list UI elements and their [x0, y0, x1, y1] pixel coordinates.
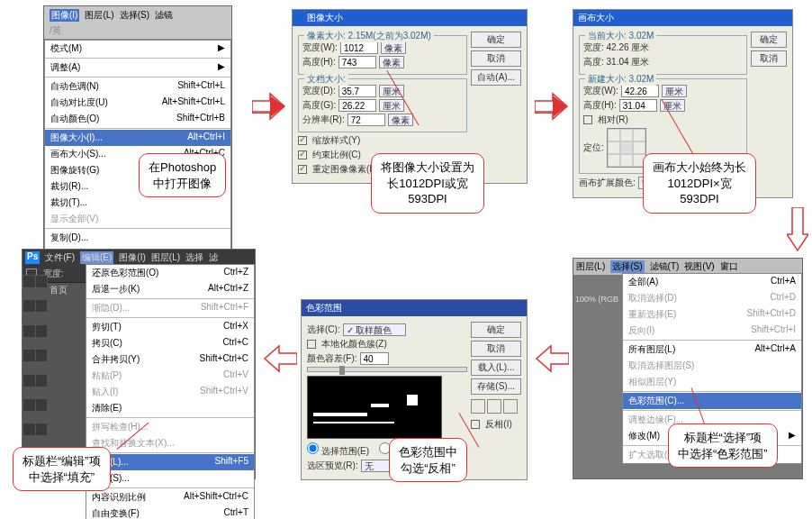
auto-button[interactable]: 自动(A)... — [471, 69, 521, 86]
history-tool-icon[interactable] — [36, 375, 48, 387]
eyedropper-plus-icon[interactable] — [487, 399, 501, 414]
sel-method[interactable]: ✓ 取样颜色 — [343, 323, 406, 336]
unit-res[interactable]: 像素 — [388, 114, 413, 126]
mi-duplicate[interactable]: 复制(D)... — [45, 230, 230, 246]
menu-select6[interactable]: 选择 — [185, 251, 203, 264]
menu-edit6[interactable]: 编辑(E) — [80, 251, 113, 264]
cancel-button-5[interactable]: 取消 — [471, 341, 521, 357]
menu-filter2[interactable]: 滤镜(T) — [650, 260, 680, 273]
blur-tool-icon[interactable] — [23, 423, 35, 435]
menu-image[interactable]: 图像(I) — [50, 9, 79, 22]
brush-tool-icon[interactable] — [36, 350, 48, 361]
mi-desellayers: 取消选择图层(S) — [623, 358, 801, 374]
unit-px[interactable]: 像素 — [381, 41, 406, 54]
doc-header: 文档大小: — [304, 73, 348, 86]
eraser-tool-icon[interactable] — [23, 399, 35, 411]
eyedropper-icon[interactable] — [471, 399, 485, 414]
mi-copym[interactable]: 合并拷贝(Y)Shift+Ctrl+C — [86, 351, 254, 368]
fuzz-input[interactable] — [360, 352, 389, 365]
home-label: 首页 — [50, 284, 68, 296]
cancel-button[interactable]: 取消 — [471, 50, 521, 67]
mi-find: 查找和替换文本(X)... — [86, 435, 254, 451]
nheight-input[interactable] — [619, 99, 657, 112]
menu-window[interactable]: 窗口 — [720, 260, 738, 273]
nwidth-input[interactable] — [621, 85, 659, 97]
marquee-tool-icon[interactable] — [36, 276, 48, 287]
nunit-cm[interactable]: 厘米 — [662, 85, 687, 97]
radio-sel[interactable]: 选择范围(E) — [307, 442, 369, 458]
width-input[interactable] — [340, 41, 378, 54]
lasso-tool-icon[interactable] — [23, 300, 35, 312]
mi-imagesize[interactable]: 图像大小(I)...Alt+Ctrl+I — [45, 130, 230, 146]
mi-clear[interactable]: 清除(E) — [86, 400, 254, 416]
mi-adjust[interactable]: 调整(A)▶ — [45, 59, 230, 76]
mi-undo[interactable]: 还原色彩范围(O)Ctrl+Z — [86, 265, 254, 281]
stamp-tool-icon[interactable] — [23, 375, 35, 387]
menu-filter6[interactable]: 滤 — [209, 251, 218, 264]
title-image-size: 图像大小 — [293, 10, 527, 26]
mi-autocontrast[interactable]: 自动对比度(U)Alt+Shift+Ctrl+L — [45, 95, 230, 111]
menu-pre-layer[interactable]: 图层(L) — [576, 260, 605, 273]
mi-colorrange[interactable]: 色彩范围(C)... — [623, 393, 801, 409]
res-input[interactable] — [347, 114, 385, 126]
cancel-button-3[interactable]: 取消 — [751, 50, 787, 67]
cb-localized[interactable] — [307, 340, 316, 349]
ok-button-3[interactable]: 确定 — [751, 32, 787, 48]
cb-constrain[interactable] — [298, 150, 307, 159]
menu-file6[interactable]: 文件(F) — [45, 251, 75, 264]
mi-free[interactable]: 自由变换(F)Ctrl+T — [86, 505, 254, 519]
height-input[interactable] — [338, 56, 376, 68]
cur-header: 当前大小: 3.02M — [585, 30, 656, 42]
unit-px2[interactable]: 像素 — [379, 56, 404, 68]
eyedropper-tool-icon[interactable] — [36, 325, 48, 337]
unit-cm2[interactable]: 厘米 — [379, 99, 404, 112]
menu-select[interactable]: 选择(S) — [120, 9, 149, 22]
dheight-input[interactable] — [338, 99, 376, 112]
wand-tool-icon[interactable] — [36, 300, 48, 312]
gradient-tool-icon[interactable] — [36, 399, 48, 411]
cb-invert[interactable] — [471, 420, 480, 429]
eyedropper-icons[interactable] — [471, 399, 521, 414]
mi-fwd[interactable]: 后退一步(K)Alt+Ctrl+Z — [86, 281, 254, 297]
menu-image6[interactable]: 图像(I) — [119, 251, 145, 264]
callout-imagesize: 将图像大小设置为 长1012DPI或宽 593DPI — [371, 153, 484, 214]
load-button[interactable]: 载入(L)... — [471, 360, 521, 376]
ok-button-5[interactable]: 确定 — [471, 322, 521, 338]
mi-autotone[interactable]: 自动色调(N)Shift+Ctrl+L — [45, 78, 230, 95]
mi-autocolor[interactable]: 自动颜色(O)Shift+Ctrl+B — [45, 111, 230, 127]
fuzz-slider[interactable] — [307, 367, 467, 372]
move-tool-icon[interactable] — [23, 276, 35, 287]
save-button[interactable]: 存储(S)... — [471, 378, 521, 395]
mi-copy[interactable]: 拷贝(C)Ctrl+C — [86, 335, 254, 351]
mi-fill[interactable]: 填充(L)...Shift+F5 — [86, 454, 254, 470]
mi-mode[interactable]: 模式(M)▶ — [45, 41, 230, 57]
cb-resample[interactable] — [298, 165, 307, 174]
mi-all[interactable]: 全部(A)Ctrl+A — [623, 274, 801, 290]
new-header: 新建大小: 3.02M — [585, 73, 656, 86]
panel-edit-menu: Ps 文件(F) 编辑(E) 图像(I) 图层(L) 选择 滤 宽度: 首页 还… — [22, 249, 256, 479]
heal-tool-icon[interactable] — [23, 350, 35, 361]
mi-fade: 渐隐(D)...Shift+Ctrl+F — [86, 300, 254, 316]
mi-stroke[interactable]: 描边(S)... — [86, 470, 254, 487]
cb-scale[interactable] — [298, 136, 307, 145]
callout-select: 标题栏“选择”项 中选择“色彩范围” — [668, 423, 778, 468]
menu-view[interactable]: 视图(V) — [684, 260, 714, 273]
mi-scale[interactable]: 内容识别比例Alt+Shift+Ctrl+C — [86, 489, 254, 505]
arrow-2-3 — [535, 90, 569, 123]
ok-button[interactable]: 确定 — [471, 32, 521, 48]
callout-canvassize: 画布大小始终为长 1012DPI×宽 593DPI — [643, 153, 756, 214]
dwidth-input[interactable] — [338, 85, 376, 97]
tools-palette[interactable] — [23, 275, 48, 473]
menu-filter[interactable]: 滤镜 — [155, 9, 173, 22]
menu-select2[interactable]: 选择(S) — [610, 260, 644, 273]
edit-dropdown: 还原色彩范围(O)Ctrl+Z 后退一步(K)Alt+Ctrl+Z 渐隐(D).… — [86, 264, 255, 519]
menu-layer[interactable]: 图层(L) — [85, 9, 113, 22]
menu-layer6[interactable]: 图层(L) — [151, 251, 180, 264]
mi-cut[interactable]: 剪切(T)Ctrl+X — [86, 319, 254, 335]
eyedropper-minus-icon[interactable] — [503, 399, 518, 414]
crop-tool-icon[interactable] — [23, 325, 35, 337]
mi-alllayers[interactable]: 所有图层(L)Alt+Ctrl+A — [623, 341, 801, 358]
cb-relative[interactable] — [583, 115, 592, 124]
anchor-grid[interactable] — [607, 128, 646, 168]
dodge-tool-icon[interactable] — [36, 423, 48, 435]
